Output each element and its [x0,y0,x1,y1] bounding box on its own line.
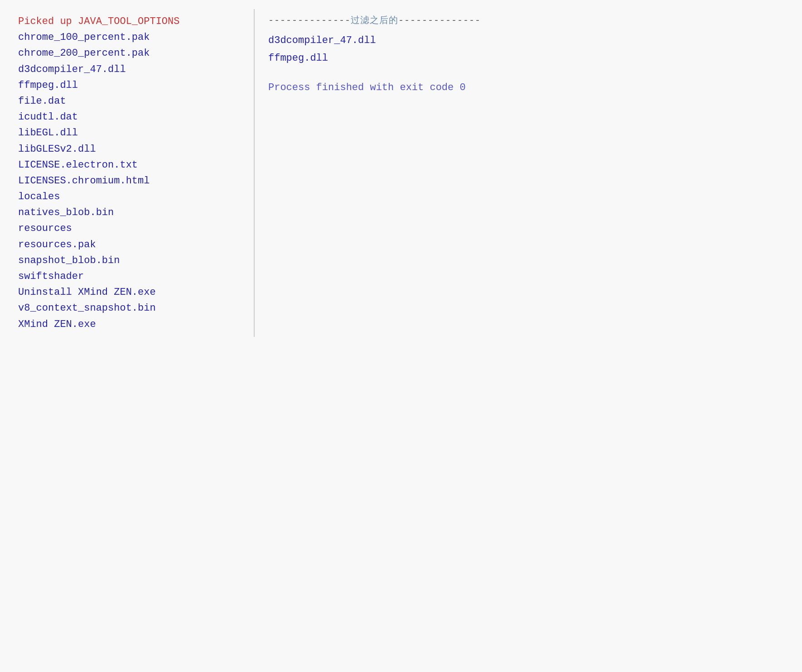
main-container: Picked up JAVA_TOOL_OPTIONS chrome_100_p… [14,9,788,337]
file-list-item: d3dcompiler_47.dll [18,62,240,77]
file-list: chrome_100_percent.pakchrome_200_percent… [18,29,240,332]
file-list-item: LICENSES.chromium.html [18,173,240,189]
file-list-item: XMind ZEN.exe [18,317,240,332]
file-list-item: natives_blob.bin [18,205,240,221]
filter-header: --------------过滤之后的-------------- [268,14,779,28]
file-list-item: swiftshader [18,269,240,284]
file-list-item: resources.pak [18,237,240,253]
file-list-item: LICENSE.electron.txt [18,157,240,173]
filtered-list-item: ffmpeg.dll [268,50,779,66]
file-list-item: resources [18,221,240,236]
filtered-list: d3dcompiler_47.dllffmpeg.dll [268,33,779,66]
file-list-item: v8_context_snapshot.bin [18,300,240,316]
left-panel: Picked up JAVA_TOOL_OPTIONS chrome_100_p… [14,9,249,337]
right-panel: --------------过滤之后的-------------- d3dcom… [259,9,788,337]
file-list-item: libGLESv2.dll [18,141,240,157]
process-finished-text: Process finished with exit code 0 [268,80,779,96]
panel-divider [254,9,255,337]
file-list-item: Uninstall XMind ZEN.exe [18,284,240,300]
chinese-text: 过滤之后的 [351,15,398,26]
file-list-item: icudtl.dat [18,109,240,125]
java-options-text: Picked up JAVA_TOOL_OPTIONS [18,16,179,27]
file-list-item: ffmpeg.dll [18,77,240,93]
file-list-item: locales [18,189,240,205]
file-list-item: snapshot_blob.bin [18,253,240,269]
file-list-item: chrome_200_percent.pak [18,45,240,61]
filtered-list-item: d3dcompiler_47.dll [268,33,779,48]
file-list-item: chrome_100_percent.pak [18,29,240,45]
right-dashes: -------------- [398,15,481,26]
file-list-item: file.dat [18,93,240,109]
left-dashes: -------------- [268,15,351,26]
file-list-item: libEGL.dll [18,125,240,141]
